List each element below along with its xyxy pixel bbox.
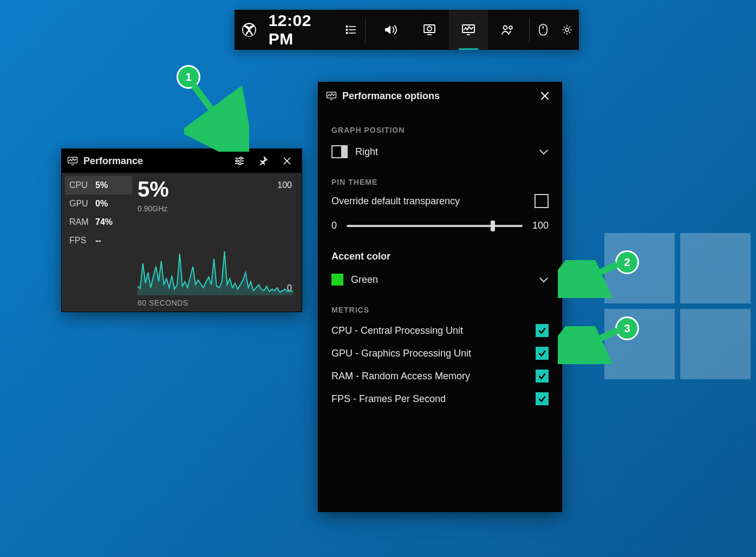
performance-graph: 5% 0.90GHz 100 0 60 SECONDS — [134, 173, 302, 312]
metric-option-label: CPU - Central Processing Unit — [331, 325, 463, 336]
cpu-chart — [138, 219, 293, 295]
close-icon[interactable] — [536, 87, 554, 105]
performance-tab[interactable] — [449, 10, 488, 50]
metric-value: -- — [95, 236, 101, 245]
metric-value: 74% — [95, 217, 113, 227]
override-transparency-checkbox[interactable] — [535, 194, 549, 208]
svg-rect-7 — [424, 25, 435, 33]
accent-swatch — [331, 274, 343, 286]
slider-max: 100 — [532, 220, 549, 231]
gamebar-clock: 12:02 PM — [264, 11, 339, 48]
performance-options-panel: Performance options GRAPH POSITION Right… — [318, 82, 562, 511]
accent-color-value: Green — [351, 274, 378, 286]
monitor-icon — [326, 91, 337, 101]
metric-option-label: FPS - Frames Per Second — [331, 393, 446, 405]
svg-point-22 — [240, 157, 242, 159]
svg-point-5 — [346, 29, 348, 31]
pin-icon[interactable] — [254, 152, 272, 170]
metric-option-cpu[interactable]: CPU - Central Processing Unit — [331, 324, 549, 337]
game-bar: 12:02 PM — [234, 10, 579, 50]
override-transparency-label: Override default transparency — [331, 196, 460, 207]
capture-tab[interactable] — [410, 10, 449, 50]
audio-tab[interactable] — [371, 10, 410, 50]
slider-min: 0 — [331, 220, 337, 231]
metric-option-label: RAM - Random Access Memory — [331, 371, 470, 382]
metric-checkbox[interactable] — [536, 392, 549, 405]
metric-list: CPU 5% GPU 0% RAM 74% FPS -- — [62, 173, 134, 312]
metric-row-gpu[interactable]: GPU 0% — [65, 195, 132, 213]
metric-value: 5% — [95, 180, 108, 190]
metric-row-cpu[interactable]: CPU 5% — [65, 176, 132, 195]
graph-position-select[interactable]: Right — [331, 140, 549, 164]
xbox-icon[interactable] — [234, 22, 264, 37]
performance-widget: Performance CPU 5% GPU 0% RAM 74% — [62, 149, 302, 312]
graph-position-heading: GRAPH POSITION — [331, 126, 549, 134]
metric-label: CPU — [69, 180, 95, 190]
performance-title: Performance — [83, 156, 225, 167]
metric-row-ram[interactable]: RAM 74% — [65, 213, 132, 231]
monitor-icon — [67, 156, 78, 166]
x-axis-label: 60 SECONDS — [138, 299, 188, 307]
metric-checkbox[interactable] — [536, 370, 549, 383]
metric-option-fps[interactable]: FPS - Frames Per Second — [331, 392, 549, 405]
annotation-badge-2: 2 — [615, 250, 639, 274]
slider-thumb[interactable] — [491, 221, 495, 231]
metric-label: GPU — [69, 199, 95, 209]
svg-point-23 — [236, 160, 238, 162]
metric-label: FPS — [69, 236, 95, 245]
position-right-icon — [331, 145, 348, 158]
svg-marker-27 — [138, 251, 293, 295]
svg-point-16 — [565, 28, 569, 31]
widgets-menu-icon[interactable] — [339, 10, 363, 50]
settings-sliders-icon[interactable] — [230, 152, 249, 170]
svg-rect-17 — [68, 157, 77, 163]
big-value: 5% — [138, 178, 293, 200]
metric-option-label: GPU - Graphics Processing Unit — [331, 348, 471, 359]
svg-line-32 — [194, 86, 234, 140]
y-axis-max: 100 — [277, 180, 292, 190]
transparency-slider[interactable] — [347, 225, 523, 227]
svg-point-8 — [427, 27, 432, 31]
metric-checkbox[interactable] — [536, 324, 549, 337]
chevron-down-icon — [539, 276, 549, 283]
metric-row-fps[interactable]: FPS -- — [65, 231, 132, 250]
graph-position-value: Right — [355, 146, 378, 158]
social-tab[interactable] — [488, 10, 527, 50]
sub-value: 0.90GHz — [138, 204, 293, 213]
svg-point-4 — [346, 26, 348, 28]
performance-titlebar: Performance — [62, 149, 302, 173]
metric-label: RAM — [69, 217, 95, 227]
annotation-badge-3: 3 — [615, 316, 639, 340]
close-icon[interactable] — [278, 152, 296, 170]
accent-color-heading: Accent color — [331, 251, 549, 262]
chevron-down-icon — [539, 148, 549, 155]
pin-theme-heading: PIN THEME — [331, 178, 549, 186]
svg-point-12 — [503, 26, 507, 30]
metric-option-ram[interactable]: RAM - Random Access Memory — [331, 370, 549, 383]
settings-icon[interactable] — [555, 10, 579, 50]
svg-point-24 — [239, 163, 241, 165]
options-title: Performance options — [342, 90, 530, 102]
metric-value: 0% — [95, 199, 108, 209]
svg-point-6 — [346, 33, 348, 34]
accent-color-select[interactable]: Green — [331, 268, 549, 292]
transparency-slider-row: 0 100 — [331, 220, 549, 231]
override-transparency-row[interactable]: Override default transparency — [331, 194, 549, 208]
metrics-heading: METRICS — [331, 306, 549, 314]
annotation-badge-1: 1 — [177, 65, 200, 89]
svg-rect-28 — [327, 92, 336, 98]
metric-checkbox[interactable] — [536, 347, 549, 360]
mouse-icon[interactable] — [531, 10, 555, 50]
svg-point-13 — [509, 26, 512, 29]
metric-option-gpu[interactable]: GPU - Graphics Processing Unit — [331, 347, 549, 360]
